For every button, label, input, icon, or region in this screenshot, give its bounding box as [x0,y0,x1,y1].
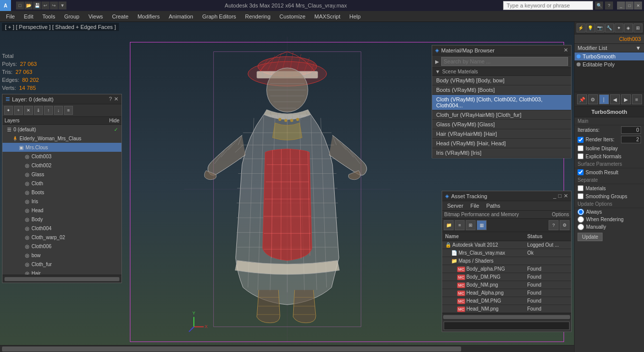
layer-item[interactable]: ◎Head [2,206,121,215]
render-iters-input[interactable] [621,136,641,143]
redo-icon[interactable]: ↪ [50,1,58,9]
menu-create[interactable]: Create [108,12,132,20]
material-item[interactable]: Iris (VRayMtl) [Iris] [432,148,571,158]
menu-help[interactable]: Help [345,12,365,20]
iterations-input[interactable] [621,126,641,134]
asset-row[interactable]: MCHead_Alpha.pngFound [442,289,571,297]
asset-help-btn[interactable]: ? [549,220,559,230]
material-list[interactable]: Body (VRayMtl) [Body, bow]Boots (VRayMtl… [432,76,571,158]
layer-item[interactable]: ◎Hair [2,269,121,275]
layer-item[interactable]: ☰0 (default)✓ [2,125,121,134]
modifier-list-dropdown-icon[interactable]: ▼ [636,45,641,51]
material-item[interactable]: Boots (VRayMtl) [Boots] [432,85,571,95]
layer-item[interactable]: ◎bow [2,251,121,260]
asset-table-body[interactable]: 🔒 Autodesk Vault 2012Logged Out ...📄 Mrs… [442,241,571,313]
menu-maxscript[interactable]: MAXScript [310,12,344,20]
asset-row[interactable]: 📁 Maps / Shaders [442,257,571,265]
material-item[interactable]: Cloth (VRayMtl) [Cloth, Cloth002, Cloth0… [432,95,571,110]
asset-menu-paths[interactable]: Paths [483,202,503,209]
layers-list[interactable]: ☰0 (default)✓🧍Elderly_Woman_Mrs_Claus▣Mr… [2,125,121,275]
layer-sort2-button[interactable]: ↓ [54,106,63,115]
close-button[interactable]: ✕ [634,1,642,9]
update-button[interactable]: Update [578,233,603,241]
rp-icon-5[interactable]: ✦ [615,23,624,32]
smoothing-groups-checkbox[interactable] [578,193,584,199]
material-item[interactable]: Head (VRayMtl) [Hair, Head] [432,139,571,148]
mod-tool-right[interactable]: ▶ [621,94,631,104]
asset-scrollbar[interactable] [442,313,571,320]
asset-menu-file[interactable]: File [467,202,482,209]
layer-options-button[interactable]: ≡ [64,106,73,115]
rp-icon-6[interactable]: ◈ [624,23,633,32]
layer-item[interactable]: ◎Body [2,215,121,224]
manually-radio[interactable] [578,224,584,230]
asset-settings-btn[interactable]: ⚙ [560,220,570,230]
mod-tool-left[interactable]: ◀ [610,94,620,104]
mod-tool-active[interactable]: | [599,94,609,104]
rp-icon-4[interactable]: 🔧 [605,23,614,32]
smooth-result-checkbox[interactable] [578,169,584,175]
layer-item[interactable]: ◎Cloth004 [2,224,121,233]
rp-icon-1[interactable]: ⚡ [577,23,586,32]
layers-close-button[interactable]: ✕ [114,96,118,102]
render-iters-checkbox[interactable] [578,137,584,143]
search-icon[interactable]: 🔍 [595,1,603,9]
layer-item[interactable]: ◎Boots [2,188,121,197]
asset-row[interactable]: MCBody_NM.pngFound [442,281,571,289]
asset-tool-btn-3[interactable]: ⊞ [466,220,476,230]
layer-add-button[interactable]: + [14,106,23,115]
layer-merge-button[interactable]: ⇓ [34,106,43,115]
layer-item[interactable]: ◎Cloth003 [2,152,121,161]
layers-scrollbar[interactable] [2,275,121,283]
isoline-checkbox[interactable] [578,145,584,151]
maximize-button[interactable]: □ [626,1,634,9]
rp-icon-2[interactable]: 💡 [586,23,595,32]
menu-tools[interactable]: Tools [38,12,59,20]
layer-new-button[interactable]: ✦ [4,106,13,115]
layer-item[interactable]: ▣Mrs.Clous [2,143,121,152]
menu-animation[interactable]: Animation [165,12,197,20]
mod-tool-misc[interactable]: ≡ [632,94,642,104]
asset-row[interactable]: MCBody_DM.PNGFound [442,273,571,281]
mod-tool-pin[interactable]: 📌 [577,94,587,104]
asset-minimize-button[interactable]: _ [553,193,556,199]
rp-icon-7[interactable]: ⊞ [634,23,643,32]
save-icon[interactable]: 💾 [33,1,41,9]
material-close-button[interactable]: ✕ [564,47,568,53]
material-item[interactable]: Hair (VRayHairMtl) [Hair] [432,129,571,139]
modifier-list-area[interactable]: TurboSmooth Editable Poly [575,52,644,92]
menu-file[interactable]: File [2,12,19,20]
layer-item[interactable]: ◎Glass [2,170,121,179]
asset-row[interactable]: MCHead_NM.pngFound [442,305,571,313]
layer-item[interactable]: ◎Iris [2,197,121,206]
rp-icon-3[interactable]: 📷 [596,23,605,32]
menu-modifiers[interactable]: Modifiers [133,12,164,20]
asset-tool-btn-4[interactable]: ▦ [477,220,487,230]
asset-row[interactable]: 🔒 Autodesk Vault 2012Logged Out ... [442,241,571,249]
mod-tool-settings[interactable]: ⚙ [588,94,598,104]
open-icon[interactable]: 📂 [24,1,32,9]
asset-menu-server[interactable]: Server [444,202,466,209]
when-rendering-radio[interactable] [578,216,584,223]
layer-delete-button[interactable]: ✕ [24,106,33,115]
asset-close-button[interactable]: ✕ [564,193,568,199]
explicit-normals-checkbox[interactable] [578,153,584,159]
material-item[interactable]: Cloth_fur (VRayHairMtl) [Cloth_fur] [432,110,571,120]
modifier-turbosm[interactable]: TurboSmooth [575,52,644,60]
material-search-input[interactable] [441,57,568,66]
menu-rendering[interactable]: Rendering [241,12,275,20]
asset-tool-btn-1[interactable]: 📁 [444,220,454,230]
menu-graph-editors[interactable]: Graph Editors [198,12,240,20]
search-input[interactable] [503,1,593,10]
asset-tool-btn-2[interactable]: ≡ [455,220,465,230]
menu-customize[interactable]: Customize [275,12,309,20]
layer-item[interactable]: ◎Cloth_fur [2,260,121,269]
layer-item[interactable]: 🧍Elderly_Woman_Mrs_Claus [2,134,121,143]
material-item[interactable]: Body (VRayMtl) [Body, bow] [432,76,571,85]
layer-item[interactable]: ◎Cloth_warp_02 [2,233,121,242]
layers-help-button[interactable]: ? [109,96,112,102]
menu-edit[interactable]: Edit [20,12,37,20]
horizontal-scrollbar[interactable] [0,345,574,352]
menu-group[interactable]: Group [60,12,83,20]
asset-path-input[interactable] [444,322,570,330]
